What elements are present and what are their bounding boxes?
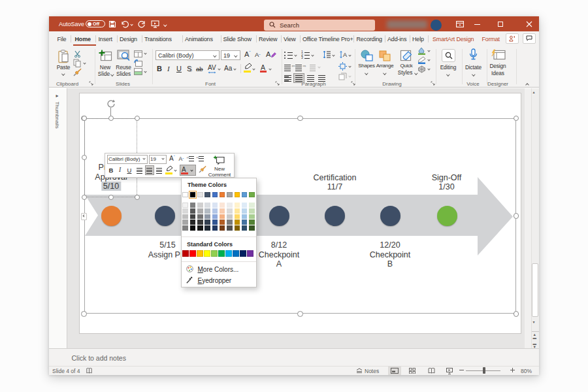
svg-text:A: A [343, 52, 347, 58]
